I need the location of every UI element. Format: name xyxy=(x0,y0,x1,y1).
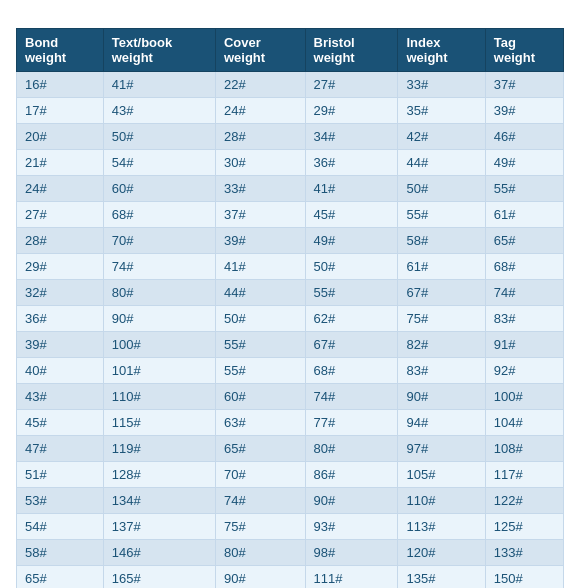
table-cell: 41# xyxy=(215,254,305,280)
table-cell: 32# xyxy=(17,280,104,306)
table-cell: 65# xyxy=(17,566,104,589)
table-cell: 68# xyxy=(485,254,563,280)
table-cell: 40# xyxy=(17,358,104,384)
table-cell: 80# xyxy=(305,436,398,462)
table-cell: 20# xyxy=(17,124,104,150)
table-cell: 101# xyxy=(103,358,215,384)
table-cell: 105# xyxy=(398,462,485,488)
table-cell: 21# xyxy=(17,150,104,176)
table-cell: 16# xyxy=(17,72,104,98)
table-cell: 63# xyxy=(215,410,305,436)
table-cell: 75# xyxy=(215,514,305,540)
column-header: Tag weight xyxy=(485,29,563,72)
table-row: 20#50#28#34#42#46# xyxy=(17,124,564,150)
table-cell: 134# xyxy=(103,488,215,514)
table-cell: 61# xyxy=(485,202,563,228)
table-cell: 41# xyxy=(103,72,215,98)
table-cell: 55# xyxy=(398,202,485,228)
table-cell: 39# xyxy=(17,332,104,358)
table-cell: 146# xyxy=(103,540,215,566)
table-cell: 49# xyxy=(485,150,563,176)
table-cell: 77# xyxy=(305,410,398,436)
table-cell: 83# xyxy=(485,306,563,332)
table-cell: 60# xyxy=(103,176,215,202)
table-cell: 60# xyxy=(215,384,305,410)
table-cell: 55# xyxy=(485,176,563,202)
table-cell: 24# xyxy=(17,176,104,202)
table-row: 24#60#33#41#50#55# xyxy=(17,176,564,202)
table-row: 29#74#41#50#61#68# xyxy=(17,254,564,280)
table-row: 21#54#30#36#44#49# xyxy=(17,150,564,176)
table-cell: 53# xyxy=(17,488,104,514)
table-cell: 80# xyxy=(215,540,305,566)
table-cell: 50# xyxy=(305,254,398,280)
table-cell: 137# xyxy=(103,514,215,540)
table-row: 17#43#24#29#35#39# xyxy=(17,98,564,124)
table-cell: 51# xyxy=(17,462,104,488)
table-cell: 108# xyxy=(485,436,563,462)
table-cell: 27# xyxy=(305,72,398,98)
table-cell: 36# xyxy=(305,150,398,176)
table-row: 51#128#70#86#105#117# xyxy=(17,462,564,488)
table-cell: 74# xyxy=(485,280,563,306)
table-cell: 44# xyxy=(398,150,485,176)
table-row: 16#41#22#27#33#37# xyxy=(17,72,564,98)
table-cell: 55# xyxy=(305,280,398,306)
table-cell: 61# xyxy=(398,254,485,280)
table-cell: 55# xyxy=(215,332,305,358)
table-cell: 49# xyxy=(305,228,398,254)
table-row: 65#165#90#111#135#150# xyxy=(17,566,564,589)
table-row: 39#100#55#67#82#91# xyxy=(17,332,564,358)
table-cell: 58# xyxy=(17,540,104,566)
table-cell: 17# xyxy=(17,98,104,124)
table-row: 47#119#65#80#97#108# xyxy=(17,436,564,462)
table-row: 28#70#39#49#58#65# xyxy=(17,228,564,254)
table-cell: 150# xyxy=(485,566,563,589)
table-cell: 119# xyxy=(103,436,215,462)
column-header: Cover weight xyxy=(215,29,305,72)
table-cell: 29# xyxy=(305,98,398,124)
table-row: 32#80#44#55#67#74# xyxy=(17,280,564,306)
table-cell: 74# xyxy=(305,384,398,410)
table-cell: 120# xyxy=(398,540,485,566)
table-cell: 67# xyxy=(305,332,398,358)
table-row: 54#137#75#93#113#125# xyxy=(17,514,564,540)
table-cell: 133# xyxy=(485,540,563,566)
table-cell: 93# xyxy=(305,514,398,540)
table-cell: 46# xyxy=(485,124,563,150)
table-cell: 28# xyxy=(17,228,104,254)
table-cell: 115# xyxy=(103,410,215,436)
table-row: 36#90#50#62#75#83# xyxy=(17,306,564,332)
table-cell: 33# xyxy=(215,176,305,202)
table-cell: 27# xyxy=(17,202,104,228)
table-cell: 43# xyxy=(17,384,104,410)
table-cell: 117# xyxy=(485,462,563,488)
table-cell: 110# xyxy=(103,384,215,410)
table-cell: 45# xyxy=(17,410,104,436)
table-cell: 70# xyxy=(103,228,215,254)
column-header: Bristol weight xyxy=(305,29,398,72)
table-cell: 90# xyxy=(305,488,398,514)
table-cell: 35# xyxy=(398,98,485,124)
table-cell: 100# xyxy=(485,384,563,410)
table-cell: 28# xyxy=(215,124,305,150)
table-cell: 54# xyxy=(17,514,104,540)
table-cell: 68# xyxy=(305,358,398,384)
table-cell: 100# xyxy=(103,332,215,358)
table-cell: 111# xyxy=(305,566,398,589)
table-cell: 65# xyxy=(215,436,305,462)
table-cell: 70# xyxy=(215,462,305,488)
table-cell: 39# xyxy=(485,98,563,124)
table-cell: 97# xyxy=(398,436,485,462)
table-cell: 36# xyxy=(17,306,104,332)
conversion-table: Bond weightText/book weightCover weightB… xyxy=(16,28,564,588)
table-cell: 67# xyxy=(398,280,485,306)
column-header: Bond weight xyxy=(17,29,104,72)
table-cell: 50# xyxy=(215,306,305,332)
table-cell: 68# xyxy=(103,202,215,228)
table-cell: 34# xyxy=(305,124,398,150)
table-cell: 125# xyxy=(485,514,563,540)
table-cell: 47# xyxy=(17,436,104,462)
table-cell: 128# xyxy=(103,462,215,488)
table-cell: 33# xyxy=(398,72,485,98)
